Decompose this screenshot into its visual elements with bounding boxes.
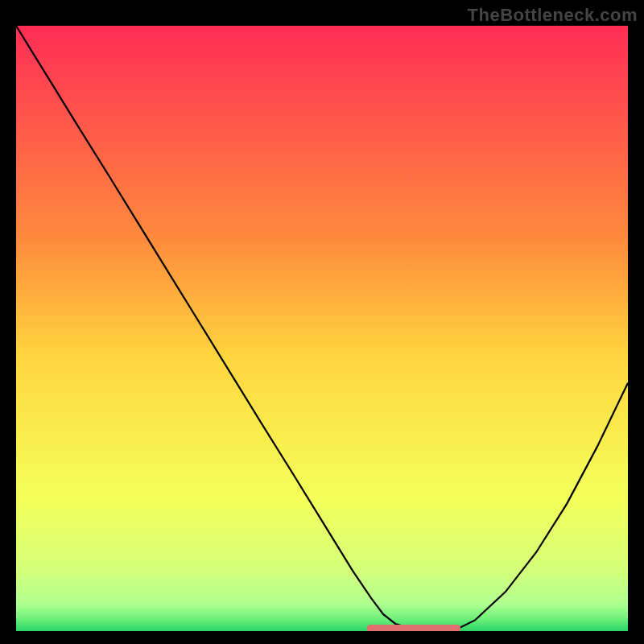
- optimal-range-marker: [367, 625, 460, 631]
- chart-svg: [16, 26, 628, 631]
- plot-area: [16, 26, 628, 631]
- chart-container: TheBottleneck.com: [0, 0, 644, 644]
- watermark-text: TheBottleneck.com: [468, 5, 638, 26]
- gradient-background: [16, 26, 628, 631]
